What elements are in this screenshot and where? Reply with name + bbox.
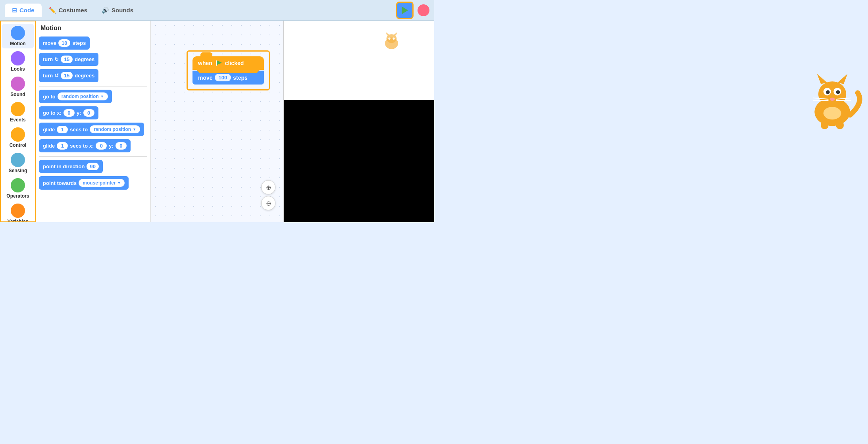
sidebar-item-variables[interactable]: Variables [2, 202, 34, 222]
block-glide1-secs[interactable]: 1 [57, 126, 68, 133]
block-goto-xy[interactable]: go to x: 0 y: 0 [39, 106, 98, 119]
block-palette: Motion move 10 steps turn ↻ 15 degrees t… [36, 21, 151, 222]
block-glide2-secs[interactable]: 1 [57, 142, 68, 150]
sidebar-label-sensing: Sensing [9, 168, 27, 173]
svg-point-4 [387, 34, 397, 43]
zoom-in-icon: ⊕ [266, 184, 271, 191]
svg-rect-1 [216, 60, 217, 66]
category-sidebar: Motion Looks Sound Events Control Sensin… [0, 21, 36, 222]
code-icon: ⊟ [12, 7, 17, 14]
stop-button[interactable] [418, 4, 429, 16]
sidebar-item-looks[interactable]: Looks [2, 49, 34, 74]
block-goto-dropdown[interactable]: random position [58, 92, 108, 100]
block-glide2-y[interactable]: 0 [115, 142, 127, 150]
block-turn-cw[interactable]: turn ↻ 15 degrees [39, 53, 98, 66]
block-turncw-suffix: degrees [75, 56, 94, 62]
control-dot [11, 127, 25, 142]
sidebar-item-events[interactable]: Events [2, 100, 34, 125]
block-goto-y-label: y: [77, 110, 81, 116]
stage-canvas-upper [284, 21, 434, 100]
block-move[interactable]: move 10 steps [39, 37, 90, 50]
block-glide1-dropdown[interactable]: random position [90, 125, 140, 133]
block-glide1-text: glide [43, 127, 55, 133]
sounds-icon: 🔊 [102, 7, 109, 14]
block-goto-random[interactable]: go to random position [39, 90, 112, 103]
costumes-icon: ✏️ [49, 7, 56, 14]
sidebar-label-sound: Sound [10, 92, 25, 97]
operators-dot [11, 178, 25, 192]
block-group-goto: go to random position go to x: 0 y: 0 gl… [39, 90, 147, 152]
sidebar-label-control: Control [10, 142, 27, 148]
tab-sounds[interactable]: 🔊 Sounds [94, 4, 140, 17]
script-block-container: when clicked move 100 steps [187, 50, 270, 90]
tab-sounds-label: Sounds [112, 7, 133, 13]
block-point-dir[interactable]: point in direction 90 [39, 160, 103, 173]
stage-canvas-lower [284, 100, 434, 222]
main-layout: Motion Looks Sound Events Control Sensin… [0, 21, 434, 222]
block-move-value[interactable]: 10 [58, 39, 70, 47]
sidebar-item-control[interactable]: Control [2, 125, 34, 150]
tab-code-label: Code [19, 7, 35, 13]
zoom-out-icon: ⊖ [266, 200, 271, 207]
block-move-text: move [43, 40, 56, 46]
sidebar-label-variables: Variables [8, 219, 29, 222]
sound-dot [11, 77, 25, 91]
sidebar-item-operators[interactable]: Operators [2, 176, 34, 201]
top-bar: ⊟ Code ✏️ Costumes 🔊 Sounds [0, 0, 434, 21]
block-goto-text: go to [43, 94, 56, 100]
block-goto-x[interactable]: 0 [64, 109, 75, 117]
action-move-suffix: steps [233, 75, 248, 81]
action-move-text: move [198, 75, 213, 81]
block-turn-ccw[interactable]: turn ↺ 15 degrees [39, 69, 98, 82]
block-pointdir-value[interactable]: 90 [87, 163, 98, 170]
events-dot [11, 102, 25, 116]
sidebar-item-motion[interactable]: Motion [2, 24, 34, 48]
green-flag-icon [399, 5, 410, 16]
block-glide2-mid: secs to x: [70, 143, 94, 149]
motion-dot [11, 26, 25, 40]
block-point-towards[interactable]: point towards mouse-pointer [39, 176, 129, 190]
block-pointdir-text: point in direction [43, 163, 85, 169]
block-goto-xy-text: go to x: [43, 110, 62, 116]
block-goto-y[interactable]: 0 [83, 109, 94, 117]
block-group-basic: move 10 steps turn ↻ 15 degrees turn ↺ 1… [39, 37, 147, 82]
sidebar-label-events: Events [10, 117, 25, 123]
block-glide2-y-label: y: [109, 143, 114, 149]
block-turncw-value[interactable]: 15 [61, 56, 73, 63]
block-group-direction: point in direction 90 point towards mous… [39, 160, 147, 190]
tab-code[interactable]: ⊟ Code [5, 4, 42, 17]
block-pointtowards-dropdown[interactable]: mouse-pointer [79, 179, 125, 187]
looks-dot [11, 51, 25, 65]
block-turnccw-text: turn ↺ [43, 73, 59, 79]
block-pointtowards-text: point towards [43, 180, 77, 186]
block-glide-random[interactable]: glide 1 secs to random position [39, 123, 144, 136]
block-turnccw-value[interactable]: 15 [61, 72, 73, 79]
sensing-dot [11, 153, 25, 167]
block-turnccw-suffix: degrees [75, 73, 94, 79]
zoom-controls: ⊕ ⊖ [261, 180, 275, 210]
tab-costumes-label: Costumes [59, 7, 88, 13]
sidebar-item-sensing[interactable]: Sensing [2, 151, 34, 175]
sidebar-label-motion: Motion [10, 41, 25, 46]
zoom-out-button[interactable]: ⊖ [261, 196, 275, 210]
block-move-suffix: steps [72, 40, 86, 46]
hat-clicked-text: clicked [225, 60, 244, 66]
svg-marker-0 [402, 6, 408, 14]
palette-title: Motion [39, 25, 147, 32]
tab-costumes[interactable]: ✏️ Costumes [42, 4, 95, 17]
zoom-in-button[interactable]: ⊕ [261, 180, 275, 194]
action-move-value[interactable]: 100 [215, 74, 231, 81]
script-area[interactable]: when clicked move 100 steps ⊕ ⊖ [151, 21, 283, 222]
green-flag-button[interactable] [396, 2, 414, 19]
block-glide-xy[interactable]: glide 1 secs to x: 0 y: 0 [39, 139, 131, 152]
sidebar-label-looks: Looks [11, 66, 25, 72]
block-turncw-text: turn ↻ [43, 56, 59, 62]
svg-marker-2 [217, 60, 222, 65]
stage-area [283, 21, 434, 222]
controls-area [396, 2, 429, 19]
block-glide2-x[interactable]: 0 [96, 142, 107, 150]
hat-block-when-flag[interactable]: when clicked [192, 56, 264, 70]
block-glide1-mid: secs to [70, 127, 88, 133]
sidebar-item-sound[interactable]: Sound [2, 75, 34, 99]
variables-dot [11, 204, 25, 218]
